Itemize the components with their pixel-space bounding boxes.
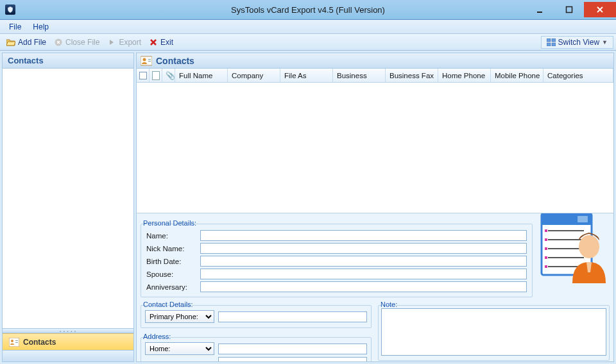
nick-input[interactable]	[200, 243, 527, 254]
spouse-label: Spouse:	[146, 270, 196, 278]
name-label: Name:	[146, 232, 196, 240]
grid-title: Contacts	[156, 56, 194, 66]
svg-rect-19	[545, 229, 547, 232]
add-file-button[interactable]: Add File	[3, 37, 50, 48]
address-input-2[interactable]	[218, 357, 367, 361]
note-legend: Note:	[379, 301, 398, 308]
birth-label: Birth Date:	[146, 258, 196, 265]
paperclip-icon: 📎	[166, 71, 172, 80]
svg-rect-5	[547, 43, 551, 46]
contacts-icon	[141, 56, 152, 66]
x-icon	[149, 38, 158, 47]
sidebar-header: Contacts	[3, 53, 133, 69]
close-button[interactable]	[584, 2, 616, 17]
svg-rect-10	[15, 342, 18, 343]
personal-legend: Personal Details:	[142, 219, 198, 227]
svg-rect-3	[547, 38, 551, 42]
svg-rect-9	[15, 340, 18, 341]
svg-rect-13	[148, 59, 151, 60]
grid-icon	[547, 38, 556, 47]
anniv-input[interactable]	[200, 281, 527, 292]
svg-rect-21	[545, 238, 547, 241]
svg-rect-23	[545, 247, 547, 250]
titlebar: SysTools vCard Export v4.5 (Full Version…	[0, 0, 616, 20]
col-file-as[interactable]: File As	[280, 69, 333, 82]
col-company[interactable]: Company	[228, 69, 280, 82]
switch-view-button[interactable]: Switch View ▼	[541, 36, 613, 49]
col-home-phone[interactable]: Home Phone	[438, 69, 491, 82]
address-fieldset: Home:	[141, 337, 372, 361]
contact-card-icon	[9, 338, 18, 347]
folder-open-icon	[6, 38, 15, 47]
chevron-down-icon: ▼	[602, 39, 608, 46]
play-icon	[107, 38, 116, 47]
col-mobile-phone[interactable]: Mobile Phone	[491, 69, 543, 82]
address-type-select[interactable]: Home:	[145, 342, 214, 355]
toolbar: Add File Close File Export Exit Switch V…	[0, 34, 616, 51]
menu-file[interactable]: File	[9, 22, 21, 31]
phone-input[interactable]	[218, 311, 367, 322]
svg-point-8	[11, 340, 13, 342]
window-title: SysTools vCard Export v4.5 (Full Version…	[0, 5, 616, 15]
spouse-input[interactable]	[200, 269, 527, 279]
svg-rect-0	[537, 12, 542, 13]
col-categories[interactable]: Categories	[543, 69, 613, 82]
contact-legend: Contact Details:	[142, 301, 194, 308]
grid-header: 📎 Full Name Company File As Business Bus…	[137, 69, 613, 83]
note-textarea[interactable]	[381, 308, 606, 356]
minimize-button[interactable]	[525, 2, 554, 17]
birth-input[interactable]	[200, 256, 527, 267]
grid-title-bar: Contacts	[137, 53, 613, 69]
col-flag-icon[interactable]	[150, 69, 162, 82]
grid-body[interactable]	[137, 83, 613, 213]
app-icon	[5, 4, 15, 15]
folder-tree[interactable]	[3, 69, 133, 328]
svg-rect-6	[552, 43, 556, 46]
address-legend: Address:	[142, 333, 172, 340]
svg-rect-24	[548, 257, 584, 258]
col-business-fax[interactable]: Business Fax	[386, 69, 438, 82]
menu-help[interactable]: Help	[33, 22, 49, 31]
name-input[interactable]	[200, 230, 527, 241]
address-input[interactable]	[218, 343, 367, 354]
col-attachment-icon[interactable]: 📎	[162, 69, 175, 82]
contact-picture	[539, 213, 610, 281]
sidebar: Contacts • • • • • Contacts	[2, 53, 134, 362]
sidebar-footer	[3, 350, 133, 361]
close-file-icon	[54, 38, 63, 47]
close-file-button[interactable]: Close File	[50, 37, 103, 48]
menubar: File Help	[0, 20, 616, 34]
svg-rect-27	[545, 265, 547, 268]
col-full-name[interactable]: Full Name	[175, 69, 228, 82]
svg-point-12	[143, 58, 146, 61]
nav-contacts[interactable]: Contacts	[3, 333, 133, 350]
anniv-label: Anniversary:	[146, 283, 196, 291]
svg-rect-1	[567, 7, 572, 13]
splitter[interactable]: • • • • •	[3, 328, 133, 333]
export-button[interactable]: Export	[103, 37, 145, 48]
contact-fieldset: Primary Phone:	[141, 305, 372, 328]
main-panel: Contacts 📎 Full Name Company File As Bus…	[136, 53, 614, 362]
col-business[interactable]: Business	[333, 69, 386, 82]
maximize-button[interactable]	[554, 2, 584, 17]
personal-fieldset: Name: Nick Name: Birth Date: Spouse: Ann…	[141, 224, 533, 297]
svg-rect-20	[548, 239, 584, 240]
col-checkbox[interactable]	[137, 69, 150, 82]
svg-rect-18	[548, 230, 584, 231]
details-pane: Personal Details: Name: Nick Name: Birth…	[137, 213, 613, 361]
nav-contacts-label: Contacts	[23, 338, 56, 347]
svg-rect-22	[548, 248, 584, 249]
svg-rect-25	[545, 256, 547, 259]
svg-rect-14	[148, 61, 151, 62]
note-fieldset	[378, 305, 610, 361]
exit-button[interactable]: Exit	[145, 37, 177, 48]
svg-rect-17	[578, 216, 588, 222]
phone-type-select[interactable]: Primary Phone:	[145, 310, 214, 323]
nick-label: Nick Name:	[146, 245, 196, 252]
svg-rect-4	[552, 38, 556, 42]
svg-point-28	[579, 235, 599, 258]
